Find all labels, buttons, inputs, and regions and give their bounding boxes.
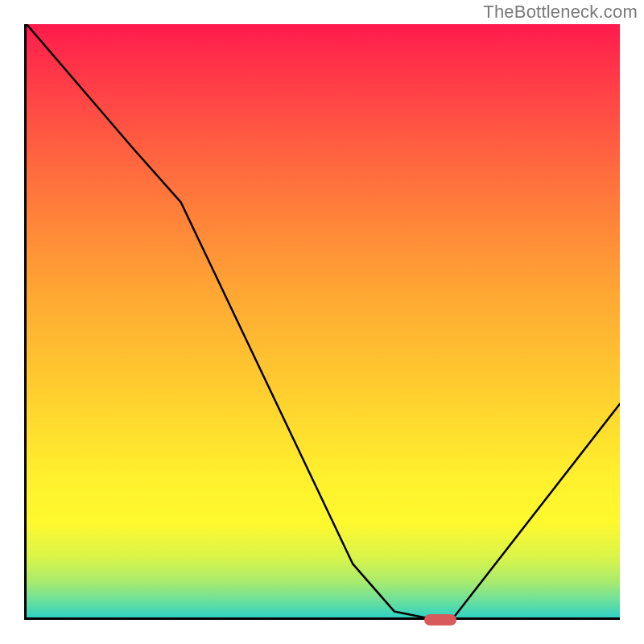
chart-container: TheBottleneck.com [0,0,644,644]
watermark: TheBottleneck.com [483,2,638,23]
curve-svg [27,24,620,617]
bottleneck-curve [27,24,620,617]
optimum-marker [424,614,456,625]
plot-area [24,24,620,620]
